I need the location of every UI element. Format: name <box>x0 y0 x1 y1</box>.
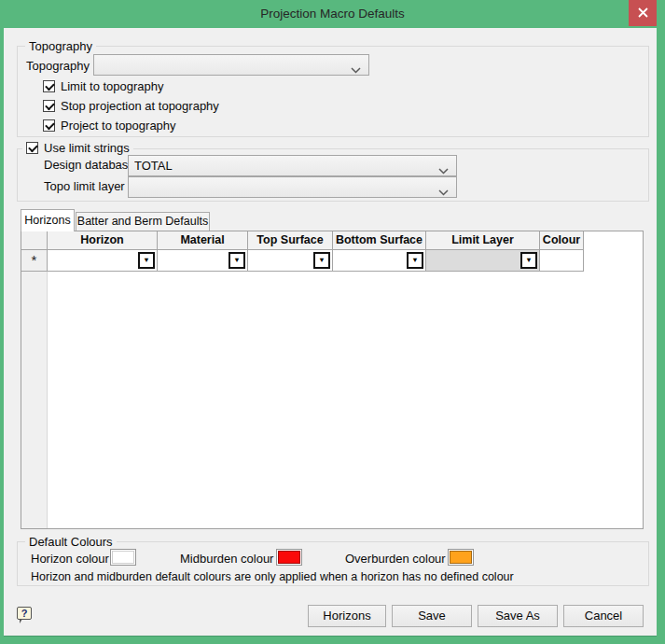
window-title: Projection Macro Defaults <box>0 0 665 28</box>
new-row-header[interactable]: * <box>21 250 48 272</box>
limit-to-topography-checkbox[interactable]: Limit to topography <box>43 79 164 93</box>
overburden-colour-fill <box>450 551 472 564</box>
cancel-button[interactable]: Cancel <box>563 605 644 627</box>
tab-label: Batter and Berm Defaults <box>77 215 208 228</box>
midburden-colour-swatch[interactable] <box>276 549 302 566</box>
save-button[interactable]: Save <box>392 605 472 627</box>
chevron-down-icon <box>351 63 361 77</box>
help-icon[interactable]: ? <box>17 607 32 620</box>
column-header-limit-layer[interactable]: Limit Layer <box>426 231 540 250</box>
project-to-topography-checkbox[interactable]: Project to topography <box>43 119 176 133</box>
checkbox-label: Limit to topography <box>61 79 164 93</box>
column-header-top-surface[interactable]: Top Surface <box>248 231 333 250</box>
chevron-down-icon <box>438 163 449 177</box>
overburden-colour-swatch[interactable] <box>448 549 474 566</box>
default-colours-note: Horizon and midburden default colours ar… <box>31 570 514 583</box>
horizon-colour-fill <box>112 551 134 564</box>
use-limit-strings-checkbox[interactable]: Use limit strings <box>22 141 133 155</box>
midburden-colour-fill <box>278 551 300 564</box>
design-database-label: Design database <box>44 158 135 172</box>
cell-dropdown-icon[interactable]: ▼ <box>520 252 537 269</box>
cell-material[interactable]: ▼ <box>158 250 248 272</box>
midburden-colour-label: Midburden colour <box>180 552 273 566</box>
chevron-down-icon <box>438 185 449 199</box>
grid-corner-header <box>21 231 48 250</box>
topography-group-title: Topography <box>25 39 96 53</box>
checkbox-icon[interactable] <box>43 119 55 132</box>
horizons-grid[interactable]: Horizon Material Top Surface Bottom Surf… <box>21 231 644 529</box>
cell-bottom-surface[interactable]: ▼ <box>333 250 426 272</box>
checkbox-label: Stop projection at topography <box>61 99 219 113</box>
cell-horizon[interactable]: ▼ <box>48 250 158 272</box>
horizon-colour-swatch[interactable] <box>110 549 136 566</box>
tab-batter-and-berm-defaults[interactable]: Batter and Berm Defaults <box>76 212 210 231</box>
save-as-button[interactable]: Save As <box>478 605 558 627</box>
column-header-bottom-surface[interactable]: Bottom Surface <box>333 231 426 250</box>
column-header-material[interactable]: Material <box>158 231 248 250</box>
checkbox-icon[interactable] <box>26 142 38 154</box>
column-header-colour[interactable]: Colour <box>540 231 584 250</box>
dialog-window: Projection Macro Defaults Topography Top… <box>0 0 665 644</box>
cell-dropdown-icon[interactable]: ▼ <box>229 252 245 269</box>
cell-dropdown-icon[interactable]: ▼ <box>138 252 155 269</box>
horizon-colour-label: Horizon colour <box>31 552 109 566</box>
tab-label: Horizons <box>24 214 70 227</box>
cell-colour[interactable] <box>540 250 584 272</box>
title-bar[interactable]: Projection Macro Defaults <box>0 0 665 28</box>
cell-limit-layer[interactable]: ▼ <box>426 250 540 272</box>
topo-limit-layer-combobox[interactable] <box>128 176 457 198</box>
checkbox-icon[interactable] <box>43 100 55 112</box>
checkbox-label: Use limit strings <box>44 141 130 155</box>
tab-horizons[interactable]: Horizons <box>21 209 75 231</box>
close-icon <box>638 7 648 21</box>
default-colours-group-title: Default Colours <box>25 535 117 549</box>
cell-dropdown-icon[interactable]: ▼ <box>313 252 330 269</box>
horizons-button[interactable]: Horizons <box>308 605 386 627</box>
topo-limit-layer-label: Topo limit layer <box>44 179 125 193</box>
stop-projection-at-topography-checkbox[interactable]: Stop projection at topography <box>43 99 219 113</box>
topography-combobox[interactable] <box>93 54 369 76</box>
cell-dropdown-icon[interactable]: ▼ <box>407 252 423 269</box>
design-database-combobox[interactable]: TOTAL <box>128 155 457 176</box>
grid-row-header-strip <box>21 231 48 528</box>
design-database-value: TOTAL <box>134 156 434 175</box>
column-header-horizon[interactable]: Horizon <box>48 231 158 250</box>
cell-top-surface[interactable]: ▼ <box>248 250 333 272</box>
overburden-colour-label: Overburden colour <box>345 552 446 566</box>
checkbox-icon[interactable] <box>43 80 55 92</box>
dialog-body: Topography Topography Limit to topograph… <box>4 28 657 637</box>
checkbox-label: Project to topography <box>61 119 176 133</box>
topography-field-label: Topography <box>26 59 90 73</box>
close-button[interactable] <box>629 0 657 26</box>
